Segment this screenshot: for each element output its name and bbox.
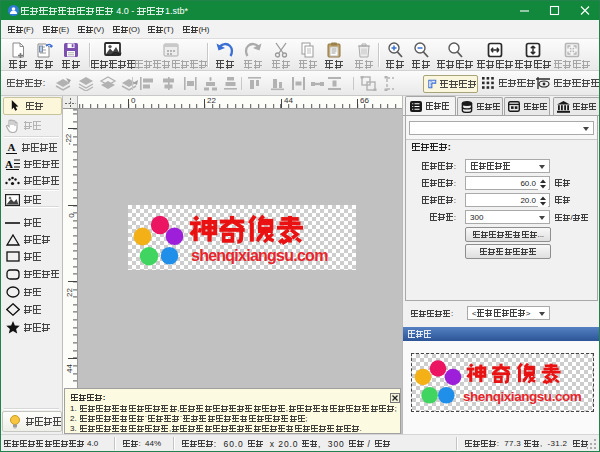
svg-text:A: A (5, 158, 13, 170)
svg-text:shenqixiangsu.com: shenqixiangsu.com (463, 389, 582, 404)
svg-text:shenqixiangsu.com: shenqixiangsu.com (191, 247, 328, 264)
